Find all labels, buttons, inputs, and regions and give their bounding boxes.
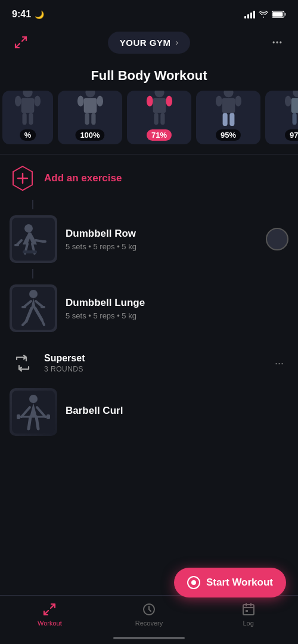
superset-rounds: 3 ROUNDS	[44, 365, 262, 373]
top-nav: YOUR GYM ›	[0, 26, 298, 58]
muscle-card-3[interactable]: 95%	[196, 91, 260, 144]
start-workout-label: Start Workout	[206, 577, 273, 589]
svg-rect-63	[17, 414, 20, 419]
connector-line-2	[32, 269, 33, 278]
add-hex-icon	[10, 165, 36, 191]
svg-rect-10	[23, 113, 27, 125]
add-exercise-label: Add an exercise	[44, 172, 122, 184]
tab-recovery-label: Recovery	[135, 620, 163, 627]
svg-rect-34	[292, 113, 296, 125]
exercise-name-1: Dumbbell Lunge	[66, 297, 288, 309]
workout-title: Full Body Workout	[0, 58, 298, 91]
svg-rect-29	[229, 113, 234, 126]
muscle-card-1[interactable]: 100%	[58, 91, 122, 144]
moon-icon: 🌙	[35, 10, 44, 19]
muscle-card-2[interactable]: 71%	[127, 91, 191, 144]
superset-more-button[interactable]: ···	[270, 357, 288, 370]
svg-rect-19	[153, 98, 166, 113]
exercise-name-2: Barbell Curl	[66, 405, 288, 417]
tab-log[interactable]: Log	[198, 602, 298, 627]
svg-rect-53	[41, 306, 45, 308]
gym-selector[interactable]: YOUR GYM ›	[108, 32, 190, 54]
muscle-percent-4: 97%	[285, 129, 298, 141]
exercise-item-2[interactable]: Barbell Curl	[10, 382, 288, 442]
exercise-meta-0: 5 sets • 5 reps • 5 kg	[66, 242, 257, 251]
svg-point-49	[29, 290, 38, 298]
status-time: 9:41	[12, 9, 31, 20]
exercise-info-2: Barbell Curl	[66, 405, 288, 419]
svg-point-40	[24, 224, 33, 233]
svg-rect-7	[21, 98, 35, 113]
exercise-check-0[interactable]	[266, 228, 288, 250]
muscle-percent-2: 71%	[147, 129, 172, 141]
home-indicator	[113, 637, 185, 639]
recovery-tab-icon	[141, 602, 157, 617]
tab-workout-label: Workout	[38, 620, 62, 627]
exercise-item-1[interactable]: Dumbbell Lunge 5 sets • 5 reps • 5 kg	[10, 278, 288, 338]
exercise-info-1: Dumbbell Lunge 5 sets • 5 reps • 5 kg	[66, 297, 288, 320]
svg-point-21	[166, 96, 172, 107]
superset-header: Superset 3 ROUNDS ···	[10, 338, 288, 379]
tab-recovery[interactable]: Recovery	[100, 602, 199, 627]
svg-rect-23	[160, 113, 164, 125]
svg-rect-11	[29, 113, 33, 125]
start-workout-button[interactable]: Start Workout	[174, 568, 286, 597]
status-icons	[244, 10, 286, 18]
svg-rect-2	[284, 13, 286, 16]
exercise-thumb-2	[10, 388, 57, 436]
svg-rect-64	[46, 414, 50, 419]
svg-point-27	[235, 96, 241, 107]
svg-point-18	[154, 91, 164, 97]
tab-log-label: Log	[243, 620, 254, 627]
svg-rect-52	[21, 306, 26, 308]
expand-icon[interactable]	[10, 31, 32, 54]
tab-workout[interactable]: Workout	[0, 602, 100, 627]
svg-rect-72	[246, 610, 248, 612]
exercise-section: Add an exercise Dumbbell Row	[0, 154, 298, 442]
muscle-percent-0: %	[20, 129, 36, 141]
svg-point-8	[15, 96, 21, 107]
muscle-percent-1: 100%	[75, 129, 104, 141]
superset-icon	[10, 350, 36, 376]
svg-line-65	[29, 417, 30, 429]
signal-icon	[244, 10, 255, 18]
gym-label: YOUR GYM	[120, 38, 171, 48]
exercise-thumb-0	[10, 215, 57, 263]
status-bar: 9:41 🌙	[0, 0, 298, 26]
muscle-card-0[interactable]: %	[2, 91, 53, 144]
svg-rect-31	[291, 98, 298, 113]
svg-point-30	[293, 91, 298, 97]
svg-rect-28	[222, 113, 227, 126]
svg-point-3	[272, 41, 274, 43]
svg-point-15	[97, 96, 103, 107]
muscle-map-row: % 100% 71%	[0, 91, 298, 154]
svg-point-24	[224, 91, 233, 97]
superset-info: Superset 3 ROUNDS	[44, 353, 262, 373]
svg-point-59	[29, 395, 38, 403]
svg-point-9	[34, 96, 41, 107]
svg-rect-25	[222, 98, 235, 113]
svg-point-32	[284, 96, 291, 107]
connector-line-1	[32, 200, 33, 209]
muscle-card-4[interactable]: 97%	[265, 91, 298, 144]
svg-rect-13	[83, 98, 97, 113]
svg-point-6	[23, 91, 32, 97]
add-exercise-button[interactable]: Add an exercise	[10, 154, 288, 200]
svg-rect-47	[23, 250, 37, 253]
exercise-name-0: Dumbbell Row	[66, 228, 257, 240]
log-tab-icon	[241, 602, 256, 617]
workout-tab-icon	[42, 602, 57, 617]
svg-point-14	[77, 96, 83, 107]
start-workout-icon	[187, 576, 200, 589]
muscle-percent-3: 95%	[216, 129, 241, 141]
svg-rect-68	[243, 605, 254, 615]
more-button[interactable]	[266, 31, 288, 54]
exercise-meta-1: 5 sets • 5 reps • 5 kg	[66, 311, 288, 320]
svg-point-20	[146, 96, 153, 107]
battery-icon	[272, 11, 286, 18]
wifi-icon	[259, 11, 268, 18]
svg-point-5	[280, 41, 281, 43]
exercise-item-0[interactable]: Dumbbell Row 5 sets • 5 reps • 5 kg	[10, 209, 288, 269]
svg-point-12	[85, 91, 95, 97]
svg-rect-17	[91, 113, 95, 125]
